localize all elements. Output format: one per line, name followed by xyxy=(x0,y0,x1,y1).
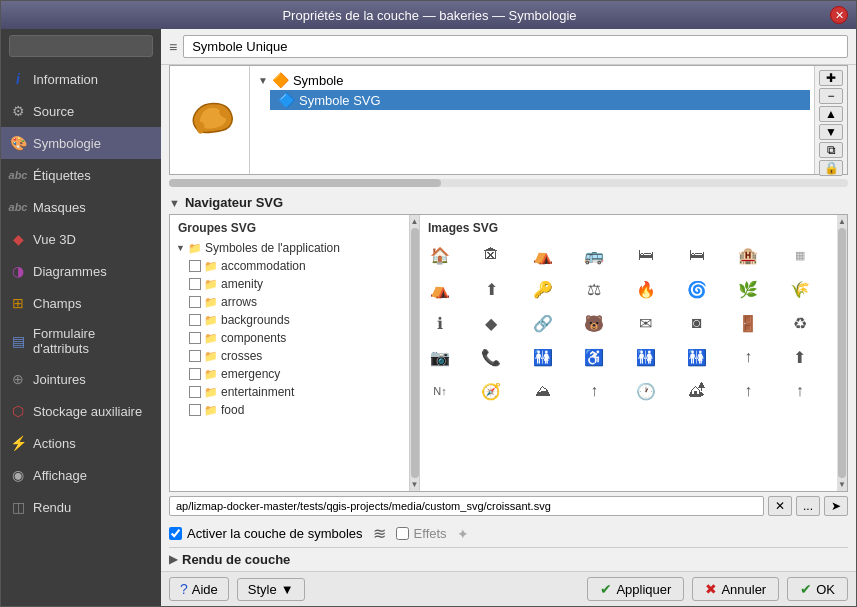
activate-icon[interactable]: ≋ xyxy=(373,524,386,543)
svg-image-13[interactable]: 🌀 xyxy=(681,273,713,305)
groups-scroll-up[interactable]: ▲ xyxy=(411,217,419,226)
tree-row-symbole-svg[interactable]: 🔷 Symbole SVG xyxy=(270,90,810,110)
images-scroll-thumb[interactable] xyxy=(838,228,846,478)
sidebar-item-source[interactable]: ⚙ Source xyxy=(1,95,161,127)
apply-button[interactable]: ✔ Appliquer xyxy=(587,577,684,601)
group-row-backgrounds[interactable]: 📁 backgrounds xyxy=(174,311,405,329)
browse-path-button[interactable]: ... xyxy=(796,496,820,516)
svg-image-6[interactable]: 🏨 xyxy=(732,239,764,271)
groups-scroll-thumb[interactable] xyxy=(411,228,419,478)
apply-path-button[interactable]: ➤ xyxy=(824,496,848,516)
svg-image-4[interactable]: 🛏 xyxy=(630,239,662,271)
svg-image-9[interactable]: ⬆ xyxy=(475,273,507,305)
effects-label[interactable]: Effets xyxy=(396,526,447,541)
ok-button[interactable]: ✔ OK xyxy=(787,577,848,601)
svg-image-16[interactable]: ℹ xyxy=(424,307,456,339)
svg-image-17[interactable]: ◆ xyxy=(475,307,507,339)
remove-layer-button[interactable]: − xyxy=(819,88,843,104)
sidebar-item-affichage[interactable]: ◉ Affichage xyxy=(1,459,161,491)
svg-image-11[interactable]: ⚖ xyxy=(578,273,610,305)
svg-image-33[interactable]: 🧭 xyxy=(475,375,507,407)
svg-image-1[interactable]: 🏚 xyxy=(475,239,507,271)
tree-scrollbar-thumb[interactable] xyxy=(169,179,441,187)
svg-path-input[interactable] xyxy=(169,496,764,516)
svg-image-14[interactable]: 🌿 xyxy=(732,273,764,305)
groups-scroll-down[interactable]: ▼ xyxy=(411,480,419,489)
svg-navigator-collapse-arrow[interactable]: ▼ xyxy=(169,197,180,209)
svg-image-32[interactable]: N↑ xyxy=(424,375,456,407)
sidebar-item-stockage[interactable]: ⬡ Stockage auxiliaire xyxy=(1,395,161,427)
svg-image-28[interactable]: 🚻 xyxy=(630,341,662,373)
svg-image-8[interactable]: ⛺ xyxy=(424,273,456,305)
svg-image-30[interactable]: ↑ xyxy=(732,341,764,373)
svg-image-3[interactable]: 🚌 xyxy=(578,239,610,271)
sidebar-item-actions[interactable]: ⚡ Actions xyxy=(1,427,161,459)
activate-checkbox[interactable] xyxy=(169,527,182,540)
svg-image-18[interactable]: 🔗 xyxy=(527,307,559,339)
group-row-crosses[interactable]: 📁 crosses xyxy=(174,347,405,365)
lock-button[interactable]: 🔒 xyxy=(819,160,843,176)
tree-row-symbole[interactable]: ▼ 🔶 Symbole xyxy=(254,70,810,90)
sidebar-item-formulaire[interactable]: ▤ Formulaire d'attributs xyxy=(1,319,161,363)
svg-image-36[interactable]: 🕐 xyxy=(630,375,662,407)
effects-checkbox[interactable] xyxy=(396,527,409,540)
group-row-amenity[interactable]: 📁 amenity xyxy=(174,275,405,293)
add-layer-button[interactable]: ✚ xyxy=(819,70,843,86)
close-button[interactable]: ✕ xyxy=(830,6,848,24)
group-row-app-symbols[interactable]: ▼ 📁 Symboles de l'application xyxy=(174,239,405,257)
svg-image-5[interactable]: 🛏 xyxy=(681,239,713,271)
help-button[interactable]: ? Aide xyxy=(169,577,229,601)
svg-image-27[interactable]: ♿ xyxy=(578,341,610,373)
copy-button[interactable]: ⧉ xyxy=(819,142,843,158)
svg-image-2[interactable]: ⛺ xyxy=(527,239,559,271)
images-scroll-up[interactable]: ▲ xyxy=(838,217,846,226)
images-scroll-down[interactable]: ▼ xyxy=(838,480,846,489)
group-row-food[interactable]: 📁 food xyxy=(174,401,405,419)
group-row-emergency[interactable]: 📁 emergency xyxy=(174,365,405,383)
svg-image-24[interactable]: 📷 xyxy=(424,341,456,373)
sidebar-item-information[interactable]: i Information xyxy=(1,63,161,95)
sidebar-item-etiquettes[interactable]: abc Étiquettes xyxy=(1,159,161,191)
group-row-entertainment[interactable]: 📁 entertainment xyxy=(174,383,405,401)
svg-image-29[interactable]: 🚻 xyxy=(681,341,713,373)
svg-image-21[interactable]: ◙ xyxy=(681,307,713,339)
svg-image-19[interactable]: 🐻 xyxy=(578,307,610,339)
svg-image-20[interactable]: ✉ xyxy=(630,307,662,339)
cancel-button[interactable]: ✖ Annuler xyxy=(692,577,779,601)
sidebar-item-champs[interactable]: ⊞ Champs xyxy=(1,287,161,319)
group-row-accommodation[interactable]: 📁 accommodation xyxy=(174,257,405,275)
move-down-button[interactable]: ▼ xyxy=(819,124,843,140)
search-input[interactable] xyxy=(9,35,153,57)
svg-image-34[interactable]: ⛰ xyxy=(527,375,559,407)
svg-image-10[interactable]: 🔑 xyxy=(527,273,559,305)
svg-image-37[interactable]: 🏕 xyxy=(681,375,713,407)
svg-image-7[interactable]: ▦ xyxy=(784,239,816,271)
sidebar-item-jointures[interactable]: ⊕ Jointures xyxy=(1,363,161,395)
svg-image-15[interactable]: 🌾 xyxy=(784,273,816,305)
rendu-collapse-arrow[interactable]: ▶ xyxy=(169,553,177,566)
sidebar-item-symbologie[interactable]: 🎨 Symbologie xyxy=(1,127,161,159)
style-button[interactable]: Style ▼ xyxy=(237,578,305,601)
sidebar-item-diagrammes[interactable]: ◑ Diagrammes xyxy=(1,255,161,287)
svg-image-39[interactable]: ↑ xyxy=(784,375,816,407)
symbole-unique-dropdown[interactable]: Symbole Unique xyxy=(183,35,848,58)
svg-image-38[interactable]: ↑ xyxy=(732,375,764,407)
svg-image-31[interactable]: ⬆ xyxy=(784,341,816,373)
sidebar-label-etiquettes: Étiquettes xyxy=(33,168,91,183)
sidebar-item-rendu[interactable]: ◫ Rendu xyxy=(1,491,161,523)
svg-image-22[interactable]: 🚪 xyxy=(732,307,764,339)
move-up-button[interactable]: ▲ xyxy=(819,106,843,122)
group-row-arrows[interactable]: 📁 arrows xyxy=(174,293,405,311)
svg-image-0[interactable]: 🏠 xyxy=(424,239,456,271)
group-row-components[interactable]: 📁 components xyxy=(174,329,405,347)
sidebar-item-vue3d[interactable]: ◆ Vue 3D xyxy=(1,223,161,255)
sidebar-item-masques[interactable]: abc Masques xyxy=(1,191,161,223)
svg-image-23[interactable]: ♻ xyxy=(784,307,816,339)
effects-icon[interactable]: ✦ xyxy=(457,526,469,542)
activate-label[interactable]: Activer la couche de symboles xyxy=(169,526,363,541)
svg-image-26[interactable]: 🚻 xyxy=(527,341,559,373)
svg-image-35[interactable]: ↑ xyxy=(578,375,610,407)
svg-image-25[interactable]: 📞 xyxy=(475,341,507,373)
svg-image-12[interactable]: 🔥 xyxy=(630,273,662,305)
clear-path-button[interactable]: ✕ xyxy=(768,496,792,516)
